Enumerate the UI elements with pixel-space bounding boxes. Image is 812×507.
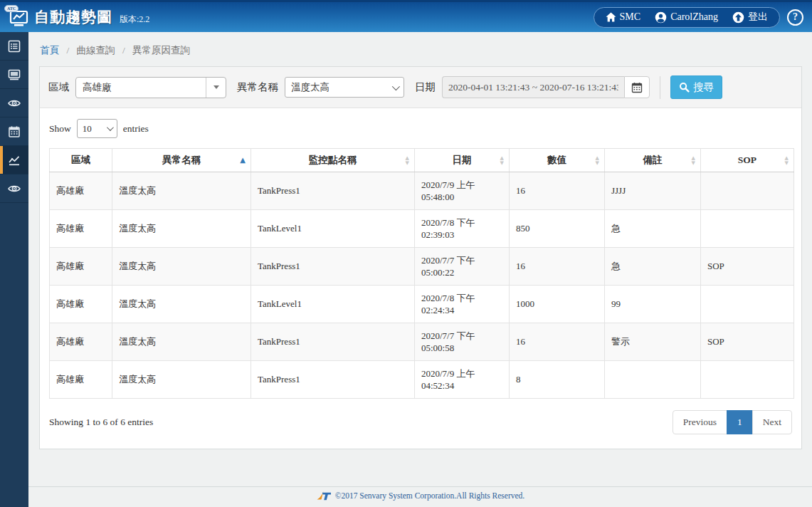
- nav-smc[interactable]: SMC: [606, 11, 641, 23]
- table-cell: [701, 286, 794, 323]
- column-header[interactable]: 日期▲▼: [415, 149, 510, 172]
- eye-icon: [7, 182, 21, 196]
- table-cell: 急: [605, 210, 701, 248]
- table-row: 高雄廠溫度太高TankPress12020/7/9 上午 04:52:348: [50, 361, 794, 399]
- breadcrumb-curve-query: 曲線查詢: [77, 45, 115, 56]
- column-header-label: 日期: [453, 155, 472, 165]
- column-header-label: 備註: [643, 155, 663, 165]
- top-nav: SMC CarolZhang 登出: [594, 7, 780, 28]
- table-row: 高雄廠溫度太高TankPress12020/7/7 下午 05:00:5816警…: [50, 323, 794, 361]
- sidebar-item-list[interactable]: [0, 32, 28, 61]
- breadcrumb-current-page: 異常原因查詢: [132, 45, 190, 56]
- app-logo: ATC: [7, 8, 29, 27]
- app-title: 自動趨勢圖: [34, 7, 112, 27]
- table-cell: [701, 210, 794, 248]
- table-cell: 2020/7/9 上午 04:52:34: [415, 361, 510, 399]
- column-header[interactable]: 區域: [50, 149, 112, 172]
- table-cell: 16: [510, 248, 605, 286]
- sidebar-item-view[interactable]: [0, 89, 28, 117]
- column-header-label: 監控點名稱: [309, 155, 357, 165]
- table-cell: JJJJ: [605, 172, 701, 210]
- date-range-input[interactable]: [442, 76, 624, 98]
- app-version: 版本:2.2: [120, 14, 149, 26]
- table-cell: 2020/7/9 上午 05:48:00: [415, 172, 510, 210]
- sidebar-item-monitor[interactable]: [0, 61, 28, 89]
- query-panel: 區域 高雄廠 異常名稱 溫度太高 日期: [39, 66, 802, 449]
- table-cell: 急: [605, 248, 701, 286]
- breadcrumb-home[interactable]: 首頁: [40, 45, 59, 56]
- table-cell: 2020/7/7 下午 05:00:58: [415, 323, 510, 361]
- table-cell: SOP: [701, 323, 794, 361]
- table-cell: 溫度太高: [112, 361, 251, 399]
- trend-chart-icon: [7, 153, 21, 167]
- table-cell: 溫度太高: [112, 286, 251, 323]
- column-header[interactable]: 數值▲▼: [510, 149, 605, 172]
- column-header-label: 區域: [71, 155, 90, 165]
- table-cell: TankPress1: [251, 172, 415, 210]
- table-cell: 16: [510, 172, 605, 210]
- table-cell: [701, 172, 794, 210]
- date-label: 日期: [415, 80, 436, 94]
- table-cell: 高雄廠: [50, 323, 112, 361]
- calendar-picker-button[interactable]: [624, 76, 650, 98]
- show-label: Show: [49, 123, 71, 135]
- sidebar-item-schedule[interactable]: [0, 117, 28, 146]
- home-icon: [606, 12, 616, 22]
- abnormal-select[interactable]: 溫度太高: [285, 77, 404, 98]
- previous-page-button[interactable]: Previous: [673, 410, 727, 434]
- table-cell: [605, 361, 701, 399]
- table-cell: 高雄廠: [50, 361, 112, 399]
- breadcrumb: 首頁 / 曲線查詢 / 異常原因查詢: [28, 32, 812, 66]
- nav-logout[interactable]: 登出: [732, 11, 768, 23]
- chevron-down-icon: [107, 124, 114, 131]
- next-page-button[interactable]: Next: [752, 410, 792, 434]
- sidebar-item-watch[interactable]: [0, 174, 28, 203]
- column-header[interactable]: 備註▲▼: [605, 149, 701, 172]
- table-cell: 99: [605, 286, 701, 323]
- sidebar: [0, 32, 28, 507]
- column-header-label: 數值: [547, 155, 566, 165]
- region-select[interactable]: 高雄廠: [75, 77, 226, 98]
- filter-bar: 區域 高雄廠 異常名稱 溫度太高 日期: [40, 67, 801, 108]
- nav-logout-label: 登出: [748, 11, 768, 23]
- column-header[interactable]: 監控點名稱▲▼: [251, 149, 415, 172]
- table-footer: Showing 1 to 6 of 6 entries Previous 1 N…: [49, 399, 792, 449]
- help-icon[interactable]: ?: [787, 9, 803, 26]
- nav-user[interactable]: CarolZhang: [655, 11, 718, 23]
- monitor-icon: [7, 68, 21, 82]
- table-cell: 8: [510, 361, 605, 399]
- column-header[interactable]: SOP▲▼: [701, 149, 794, 172]
- table-cell: SOP: [701, 248, 794, 286]
- table-cell: 溫度太高: [112, 248, 251, 286]
- search-button[interactable]: 搜尋: [670, 75, 722, 99]
- table-header-row: 區域異常名稱▲監控點名稱▲▼日期▲▼數值▲▼備註▲▼SOP▲▼: [50, 149, 794, 172]
- table-cell: 溫度太高: [112, 172, 251, 210]
- main-content: 首頁 / 曲線查詢 / 異常原因查詢 區域 高雄廠 異常名稱 溫度太高 日期: [28, 32, 812, 507]
- table-body: 高雄廠溫度太高TankPress12020/7/9 上午 05:48:0016J…: [50, 172, 794, 399]
- table-cell: 2020/7/8 下午 02:39:03: [415, 210, 510, 248]
- table-cell: 警示: [605, 323, 701, 361]
- magnifier-icon: [679, 82, 690, 93]
- sidebar-item-trend-chart[interactable]: [0, 146, 28, 174]
- column-header-label: 異常名稱: [162, 155, 201, 165]
- table-cell: 高雄廠: [50, 210, 112, 248]
- column-header-label: SOP: [738, 155, 756, 165]
- search-button-label: 搜尋: [693, 80, 714, 94]
- breadcrumb-separator: /: [122, 45, 125, 56]
- sort-icon: ▲▼: [692, 156, 695, 165]
- table-summary: Showing 1 to 6 of 6 entries: [49, 417, 153, 428]
- abnormal-value: 溫度太高: [291, 81, 329, 94]
- region-label: 區域: [48, 80, 69, 94]
- table-cell: 2020/7/7 下午 05:00:22: [415, 248, 510, 286]
- eye-icon: [7, 96, 21, 110]
- table-cell: 1000: [510, 286, 605, 323]
- page-size-select[interactable]: 10: [77, 119, 117, 138]
- column-header[interactable]: 異常名稱▲: [112, 149, 251, 172]
- table-cell: 高雄廠: [50, 172, 112, 210]
- copyright-text: ©2017 Senvary System Corporation.All Rig…: [335, 491, 525, 500]
- page-1-button[interactable]: 1: [727, 410, 753, 434]
- table-cell: 2020/7/8 下午 02:24:34: [415, 286, 510, 323]
- sort-icon: ▲▼: [596, 156, 599, 165]
- chevron-down-icon: [206, 78, 226, 98]
- table-cell: 850: [510, 210, 605, 248]
